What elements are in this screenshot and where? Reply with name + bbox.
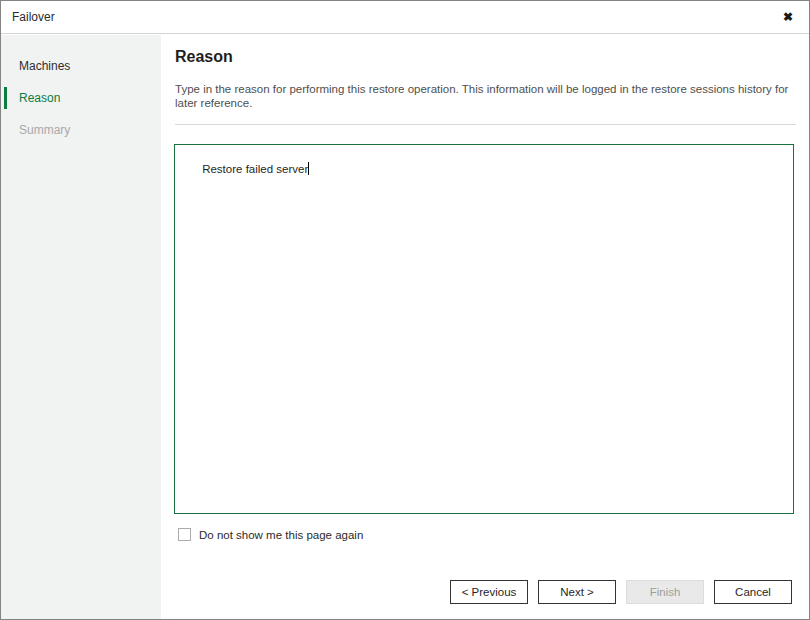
sidebar-item-summary[interactable]: Summary xyxy=(1,114,161,146)
sidebar-item-label: Machines xyxy=(19,59,70,73)
heading-separator xyxy=(175,124,796,125)
cancel-button[interactable]: Cancel xyxy=(714,580,792,604)
do-not-show-checkbox[interactable] xyxy=(178,528,191,541)
wizard-content-pane: Reason Type in the reason for performing… xyxy=(161,35,809,619)
sidebar-item-label: Summary xyxy=(19,123,70,137)
active-step-indicator xyxy=(4,87,7,109)
reason-text: Restore failed server xyxy=(202,163,308,175)
do-not-show-checkbox-label: Do not show me this page again xyxy=(199,529,363,541)
page-title: Reason xyxy=(175,48,233,66)
next-button[interactable]: Next > xyxy=(538,580,616,604)
sidebar-item-label: Reason xyxy=(19,91,60,105)
close-icon[interactable]: ✖ xyxy=(775,1,801,33)
text-cursor xyxy=(308,162,309,175)
do-not-show-checkbox-row[interactable]: Do not show me this page again xyxy=(178,528,363,541)
finish-button[interactable]: Finish xyxy=(626,580,704,604)
reason-textarea[interactable]: Restore failed server xyxy=(174,144,794,514)
window-title: Failover xyxy=(12,1,55,33)
wizard-steps-sidebar: Machines Reason Summary xyxy=(1,35,161,619)
sidebar-item-machines[interactable]: Machines xyxy=(1,50,161,82)
failover-wizard-window: Failover ✖ Machines Reason Summary Reaso… xyxy=(0,0,810,620)
sidebar-item-reason[interactable]: Reason xyxy=(1,82,161,114)
page-description: Type in the reason for performing this r… xyxy=(175,82,800,110)
previous-button[interactable]: < Previous xyxy=(450,580,528,604)
wizard-footer: < Previous Next > Finish Cancel xyxy=(440,580,792,604)
titlebar: Failover ✖ xyxy=(1,1,809,34)
